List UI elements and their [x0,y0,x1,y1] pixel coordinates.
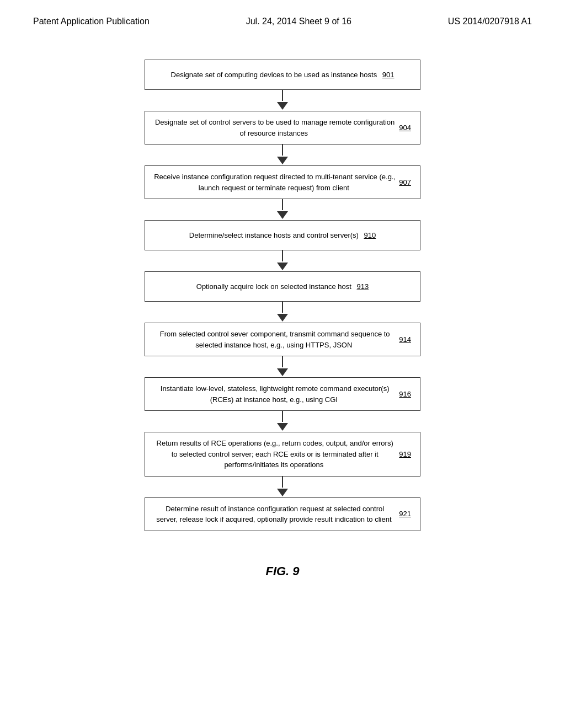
step-913-number: 913 [357,281,369,292]
arrow-5 [277,356,288,377]
step-921: Determine result of instance configurati… [145,497,420,531]
arrow-line-1 [282,144,283,156]
step-921-text: Determine result of instance configurati… [154,504,396,525]
arrow-line-0 [282,90,283,101]
step-914-number: 914 [399,334,411,345]
arrow-4 [277,302,288,323]
step-910-number: 910 [364,230,376,241]
step-921-number: 921 [399,508,411,520]
arrow-line-7 [282,477,283,488]
step-919-number: 919 [399,449,411,460]
step-914: From selected control sever component, t… [145,323,420,356]
arrow-head-0 [277,102,288,110]
arrow-head-7 [277,489,288,496]
arrow-head-6 [277,423,288,431]
arrow-7 [277,477,288,497]
header-left: Patent Application Publication [33,17,150,26]
arrow-line-3 [282,250,283,261]
step-919-text: Return results of RCE operations (e.g., … [154,438,396,470]
step-907-text: Receive instance configuration request d… [154,172,396,193]
arrow-line-5 [282,356,283,367]
flow-diagram: Designate set of computing devices to be… [0,38,565,542]
figure-label: FIG. 9 [0,564,565,579]
header-right: US 2014/0207918 A1 [448,17,532,26]
step-904: Designate set of control servers to be u… [145,111,420,144]
arrow-2 [277,199,288,220]
arrow-1 [277,144,288,165]
step-913-text: Optionally acquire lock on selected inst… [196,281,354,292]
step-901-number: 901 [382,69,395,81]
step-904-number: 904 [399,122,411,133]
arrow-head-4 [277,314,288,322]
arrow-head-3 [277,263,288,270]
page-header: Patent Application Publication Jul. 24, … [0,0,565,38]
step-901: Designate set of computing devices to be… [145,60,420,90]
arrow-line-2 [282,199,283,210]
arrow-line-6 [282,411,283,422]
arrow-head-2 [277,211,288,219]
arrow-3 [277,250,288,271]
arrow-6 [277,411,288,432]
arrow-head-5 [277,368,288,376]
step-916: Instantiate low-level, stateless, lightw… [145,377,420,411]
step-914-text: From selected control sever component, t… [154,329,396,350]
arrow-line-4 [282,302,283,313]
arrow-head-1 [277,157,288,164]
arrow-0 [277,90,288,111]
step-907-number: 907 [399,177,411,188]
step-913: Optionally acquire lock on selected inst… [145,271,420,302]
step-904-text: Designate set of control servers to be u… [154,117,396,138]
step-916-text: Instantiate low-level, stateless, lightw… [154,383,396,405]
step-901-text: Designate set of computing devices to be… [171,69,379,81]
step-910: Determine/select instance hosts and cont… [145,220,420,250]
step-916-number: 916 [399,389,411,400]
header-center: Jul. 24, 2014 Sheet 9 of 16 [246,17,351,26]
step-919: Return results of RCE operations (e.g., … [145,432,420,477]
step-907: Receive instance configuration request d… [145,165,420,199]
step-910-text: Determine/select instance hosts and cont… [189,230,361,241]
